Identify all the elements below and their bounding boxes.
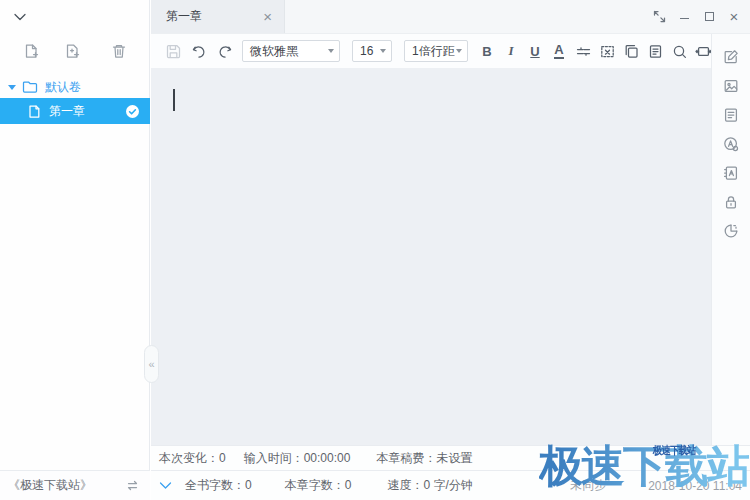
screenshot-button[interactable] <box>596 40 618 62</box>
italic-button[interactable]: I <box>500 40 522 62</box>
insert-image-button[interactable] <box>720 75 742 97</box>
chevron-down-icon <box>380 49 386 53</box>
write-mode-button[interactable] <box>720 46 742 68</box>
delete-button[interactable] <box>108 40 130 62</box>
save-button[interactable] <box>162 40 184 62</box>
bold-button[interactable]: B <box>476 40 498 62</box>
redo-icon <box>216 43 233 60</box>
letter-circle-icon <box>722 135 740 153</box>
tab-bar: 第一章 × × <box>151 0 750 34</box>
lock-button[interactable] <box>720 191 742 213</box>
italic-icon: I <box>508 43 513 59</box>
book-title: 《极速下载站》 <box>8 477 92 494</box>
redo-button[interactable] <box>213 40 235 62</box>
image-icon <box>722 77 740 95</box>
swap-arrows-icon <box>125 478 140 493</box>
session-stats-bar: 本次变化：0 输入时间：00:00:00 本章稿费：未设置 <box>151 445 750 470</box>
search-button[interactable] <box>668 40 690 62</box>
spellcheck-button[interactable] <box>720 133 742 155</box>
stat-speed: 速度：0 字/分钟 <box>387 477 472 494</box>
saved-check-badge-icon <box>125 104 140 119</box>
format-toolbar: 微软雅黑 16 1倍行距 B I U A <box>151 34 711 68</box>
pie-timer-icon <box>722 222 740 240</box>
tab-label: 第一章 <box>166 8 202 25</box>
font-family-value: 微软雅黑 <box>250 43 298 60</box>
insert-divider-button[interactable] <box>572 40 594 62</box>
maximize-button[interactable] <box>701 9 717 25</box>
stats-expand-chevron-icon[interactable] <box>159 480 175 492</box>
sync-status: 未同步 <box>570 477 606 494</box>
text-caret <box>173 89 175 111</box>
tree-item-chapter-selected[interactable]: 第一章 <box>0 98 150 124</box>
font-size-value: 16 <box>360 44 373 58</box>
word-count-bar: 全书字数：0 本章字数：0 速度：0 字/分钟 未同步 2018-10-20 1… <box>151 470 750 500</box>
collapse-left-icon: « <box>148 358 154 370</box>
underline-icon: U <box>530 44 539 59</box>
sidebar-footer: 《极速下载站》 <box>0 470 150 500</box>
close-icon: × <box>730 9 739 24</box>
outline-notes-icon <box>722 106 740 124</box>
new-volume-button[interactable] <box>61 40 83 62</box>
stat-changes: 本次变化：0 <box>159 450 226 467</box>
stat-chapter-fee: 本章稿费：未设置 <box>376 450 472 467</box>
copy-icon <box>623 43 640 60</box>
expand-caret-icon[interactable] <box>8 85 16 90</box>
lock-icon <box>722 193 740 211</box>
sort-swap-button[interactable] <box>124 477 142 495</box>
document-icon <box>27 104 41 119</box>
tab-close-button[interactable]: × <box>261 9 274 24</box>
tab-chapter-one[interactable]: 第一章 × <box>151 0 285 33</box>
tree-item-volume[interactable]: 默认卷 <box>0 76 150 98</box>
editor-area[interactable] <box>151 68 711 445</box>
new-chapter-button[interactable] <box>20 40 42 62</box>
sidebar-menu-chevron-icon[interactable] <box>13 10 31 24</box>
line-spacing-value: 1倍行距 <box>412 43 455 60</box>
window-controls: × <box>651 0 742 33</box>
line-spacing-select[interactable]: 1倍行距 <box>404 40 468 62</box>
font-color-icon: A <box>554 43 563 59</box>
copy-button[interactable] <box>620 40 642 62</box>
screenshot-icon <box>599 43 616 60</box>
sidebar-collapse-handle[interactable]: « <box>144 345 159 383</box>
underline-button[interactable]: U <box>524 40 546 62</box>
font-size-select[interactable]: 16 <box>352 40 392 62</box>
volume-label: 默认卷 <box>45 79 81 96</box>
stat-chapter-words: 本章字数：0 <box>285 477 352 494</box>
stat-input-time: 输入时间：00:00:00 <box>244 450 351 467</box>
letter-book-icon <box>722 164 740 182</box>
font-color-button[interactable]: A <box>548 40 570 62</box>
chapter-info-button[interactable] <box>644 40 666 62</box>
font-family-select[interactable]: 微软雅黑 <box>242 40 340 62</box>
stat-book-words: 全书字数：0 <box>185 477 252 494</box>
close-button[interactable]: × <box>726 9 742 25</box>
write-pencil-icon <box>722 48 740 66</box>
minimize-button[interactable] <box>676 9 692 25</box>
fullscreen-button[interactable] <box>651 9 667 25</box>
sidebar-action-bar <box>0 38 150 64</box>
outline-button[interactable] <box>720 104 742 126</box>
document-lines-icon <box>647 43 664 60</box>
focus-mode-icon <box>695 43 712 60</box>
right-tool-rail <box>711 34 750 445</box>
writing-app-window: 默认卷 第一章 《极速下载站》 « <box>0 0 750 500</box>
chapter-tree: 默认卷 第一章 <box>0 76 150 124</box>
undo-button[interactable] <box>188 40 210 62</box>
fullscreen-icon <box>653 10 666 23</box>
folder-icon <box>22 80 38 94</box>
save-icon <box>165 43 182 60</box>
undo-icon <box>191 43 208 60</box>
chevron-down-icon <box>328 49 334 53</box>
file-plus-icon <box>22 42 40 60</box>
main-area: 第一章 × × <box>151 0 750 500</box>
divider-lines-icon <box>575 43 592 60</box>
material-book-button[interactable] <box>720 162 742 184</box>
chevron-down-icon <box>456 49 462 53</box>
chapter-sidebar: 默认卷 第一章 《极速下载站》 <box>0 0 150 500</box>
minimize-icon <box>680 18 689 19</box>
search-icon <box>671 43 688 60</box>
volume-plus-icon <box>63 42 81 60</box>
bold-icon: B <box>482 44 491 59</box>
timestamp: 2018-10-20 11:04 <box>648 479 742 493</box>
chapter-label: 第一章 <box>49 103 85 120</box>
stats-timer-button[interactable] <box>720 220 742 242</box>
